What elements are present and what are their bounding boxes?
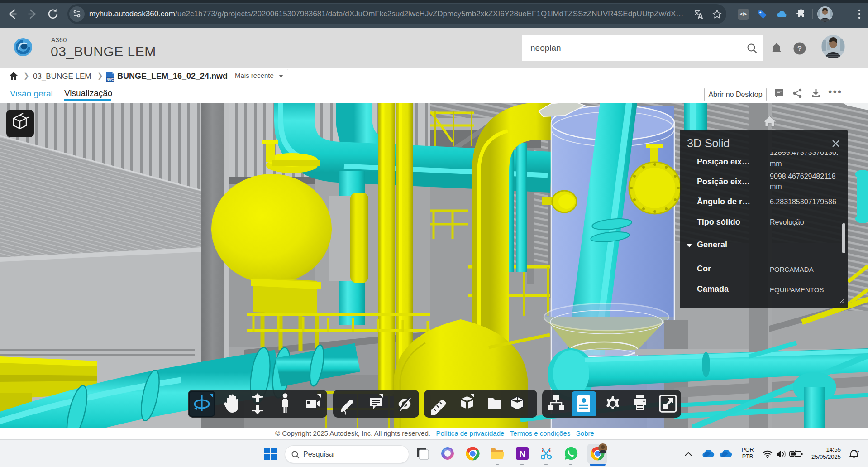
svg-text:NWC: NWC: [107, 78, 114, 81]
svg-text:z: z: [855, 449, 857, 453]
svg-text:z: z: [857, 450, 859, 454]
svg-text:?: ?: [797, 44, 802, 53]
svg-text:N: N: [519, 449, 525, 458]
